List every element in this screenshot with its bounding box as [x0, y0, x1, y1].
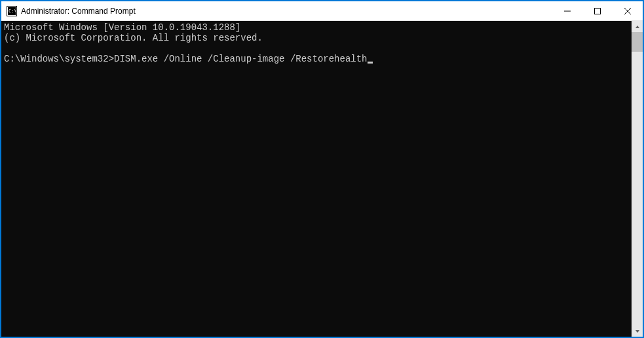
minimize-button[interactable]	[552, 1, 582, 20]
window-title: Administrator: Command Prompt	[21, 7, 552, 16]
console-line: Microsoft Windows [Version 10.0.19043.12…	[4, 22, 240, 33]
svg-marker-9	[635, 330, 639, 333]
titlebar[interactable]: C:\ Administrator: Command Prompt	[1, 1, 643, 21]
cmd-icon: C:\	[7, 6, 17, 16]
svg-rect-5	[595, 8, 601, 14]
maximize-button[interactable]	[582, 1, 613, 20]
scroll-thumb[interactable]	[632, 32, 643, 52]
cursor	[368, 62, 373, 64]
console-line: (c) Microsoft Corporation. All rights re…	[4, 33, 263, 43]
command-prompt-window: C:\ Administrator: Command Prompt Micros…	[1, 1, 643, 337]
close-button[interactable]	[613, 1, 643, 20]
command-input: DISM.exe /Online /Cleanup-image /Restore…	[114, 54, 367, 64]
svg-text:C:\: C:\	[9, 9, 17, 14]
prompt: C:\Windows\system32>	[4, 54, 114, 64]
scroll-down-button[interactable]	[632, 326, 643, 337]
console-area: Microsoft Windows [Version 10.0.19043.12…	[1, 21, 643, 337]
window-controls	[552, 1, 643, 20]
console-output[interactable]: Microsoft Windows [Version 10.0.19043.12…	[1, 21, 632, 337]
vertical-scrollbar[interactable]	[632, 21, 643, 337]
svg-marker-8	[635, 26, 639, 28]
scroll-up-button[interactable]	[632, 21, 643, 32]
scroll-track[interactable]	[632, 32, 643, 326]
